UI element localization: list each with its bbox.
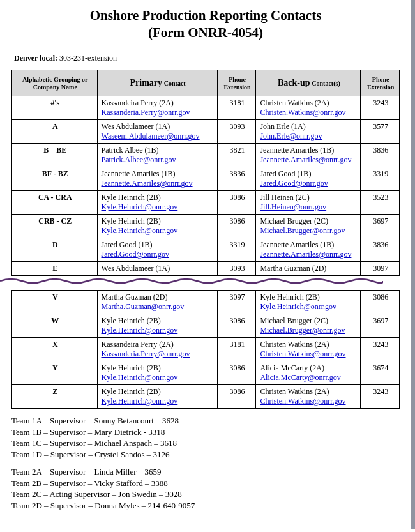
cell-backup: Christen Watkins (2A)Christen.Watkins@on… — [256, 338, 361, 361]
cell-primary-ext: 3086 — [217, 385, 256, 409]
table-row: CA - CRAKyle Heinrich (2B)Kyle.Heinrich@… — [12, 191, 400, 215]
cell-primary: Wes Abdulameer (1A) — [97, 262, 217, 276]
cell-primary-ext: 3086 — [217, 361, 256, 385]
primary-email-link[interactable]: Jared.Good@onrr.gov — [102, 250, 169, 259]
team-line: Team 1B – Supervisor – Mary Dietrick - 3… — [11, 427, 400, 438]
cell-primary-ext: 3086 — [217, 215, 256, 238]
team-line: Team 1A – Supervisor – Sonny Betancourt … — [11, 415, 400, 427]
cell-group: CA - CRA — [12, 191, 98, 215]
th-ext2: Phone Extension — [361, 70, 400, 96]
cell-primary: Kassandeira Perry (2A)Kassanderia.Perry@… — [97, 338, 217, 361]
table-row: ZKyle Heinrich (2B)Kyle.Heinrich@onrr.go… — [12, 385, 400, 409]
cell-primary-ext: 3319 — [217, 238, 256, 262]
cell-backup-ext: 3243 — [361, 385, 400, 409]
page-title-line1: Onshore Production Reporting Contacts — [11, 8, 400, 24]
cell-primary-ext: 3086 — [217, 191, 256, 215]
backup-email-link[interactable]: Christen.Watkins@onrr.gov — [260, 349, 345, 358]
cell-backup-ext: 3243 — [361, 338, 400, 361]
backup-email-link[interactable]: John.Erle@onrr.gov — [260, 132, 322, 141]
tear-icon — [0, 277, 383, 285]
th-backup: Back-up Contact(s) — [256, 70, 361, 96]
cell-backup-ext: 3243 — [361, 96, 400, 120]
th-group: Alphabetic Grouping or Company Name — [12, 70, 98, 96]
backup-email-link[interactable]: Michael.Brugger@onrr.gov — [260, 326, 345, 335]
primary-email-link[interactable]: Kassanderia.Perry@onrr.gov — [102, 108, 190, 117]
cell-primary: Kyle Heinrich (2B)Kyle.Heinrich@onrr.gov — [97, 314, 217, 338]
cell-backup: Christen Watkins (2A)Christen.Watkins@on… — [256, 96, 361, 120]
cell-group: BF - BZ — [12, 167, 98, 191]
cell-primary: Kyle Heinrich (2B)Kyle.Heinrich@onrr.gov — [97, 191, 217, 215]
page-title-line2: (Form ONRR-4054) — [11, 25, 400, 41]
primary-email-link[interactable]: Kyle.Heinrich@onrr.gov — [102, 326, 178, 335]
primary-email-link[interactable]: Kassanderia.Perry@onrr.gov — [102, 349, 190, 358]
backup-email-link[interactable]: Jill.Heinen@onrr.gov — [260, 202, 326, 211]
cell-group: V — [12, 291, 98, 314]
cell-group: A — [12, 120, 98, 144]
cell-group: B – BE — [12, 144, 98, 167]
cell-backup-ext: 3836 — [361, 144, 400, 167]
backup-email-link[interactable]: Jeannette.Amariles@onrr.gov — [260, 155, 351, 164]
table-row-clipped: EWes Abdulameer (1A)3093Martha Guzman (2… — [12, 262, 400, 276]
table-row: WKyle Heinrich (2B)Kyle.Heinrich@onrr.go… — [12, 314, 400, 338]
cell-backup-ext: 3697 — [361, 215, 400, 238]
table-row: B – BEPatrick Albee (1B)Patrick.Albee@on… — [12, 144, 400, 167]
cell-backup: Alicia McCarty (2A)Alicia.McCarty@onrr.g… — [256, 361, 361, 385]
cell-backup-ext: 3697 — [361, 314, 400, 338]
cell-primary: Kyle Heinrich (2B)Kyle.Heinrich@onrr.gov — [97, 361, 217, 385]
cell-primary: Kyle Heinrich (2B)Kyle.Heinrich@onrr.gov — [97, 385, 217, 409]
cell-primary-ext: 3093 — [217, 262, 256, 276]
th-ext: Phone Extension — [217, 70, 256, 96]
table-row: CRB - CZKyle Heinrich (2B)Kyle.Heinrich@… — [12, 215, 400, 238]
page-tear — [11, 275, 400, 289]
cell-backup: Kyle Heinrich (2B)Kyle.Heinrich@onrr.gov — [256, 291, 361, 314]
backup-email-link[interactable]: Jeannette.Amariles@onrr.gov — [260, 250, 351, 259]
cell-group: Z — [12, 385, 98, 409]
primary-email-link[interactable]: Martha.Guzman@onrr.gov — [102, 302, 185, 311]
cell-backup: Jill Heinen (2C)Jill.Heinen@onrr.gov — [256, 191, 361, 215]
cell-backup: Jared Good (1B)Jared.Good@onrr.gov — [256, 167, 361, 191]
denver-local: Denver local: 303-231-extension — [14, 54, 400, 63]
table-row: AWes Abdulameer (1A)Waseem.Abdulameer@on… — [12, 120, 400, 144]
table-row: YKyle Heinrich (2B)Kyle.Heinrich@onrr.go… — [12, 361, 400, 385]
cell-group: CRB - CZ — [12, 215, 98, 238]
cell-group: W — [12, 314, 98, 338]
primary-email-link[interactable]: Waseem.Abdulameer@onrr.gov — [102, 132, 200, 141]
backup-email-link[interactable]: Christen.Watkins@onrr.gov — [260, 108, 345, 117]
th-primary: Primary Contact — [97, 70, 217, 96]
cell-group: #'s — [12, 96, 98, 120]
backup-email-link[interactable]: Christen.Watkins@onrr.gov — [260, 397, 345, 406]
cell-backup: Michael Brugger (2C)Michael.Brugger@onrr… — [256, 215, 361, 238]
backup-email-link[interactable]: Kyle.Heinrich@onrr.gov — [260, 302, 336, 311]
table-row: VMartha Guzman (2D)Martha.Guzman@onrr.go… — [12, 291, 400, 314]
backup-email-link[interactable]: Alicia.McCarty@onrr.gov — [260, 373, 340, 382]
cell-backup: John Erle (1A)John.Erle@onrr.gov — [256, 120, 361, 144]
cell-primary: Kassandeira Perry (2A)Kassanderia.Perry@… — [97, 96, 217, 120]
table-row: DJared Good (1B)Jared.Good@onrr.gov3319J… — [12, 238, 400, 262]
cell-primary: Jeannette Amariles (1B)Jeannette.Amarile… — [97, 167, 217, 191]
primary-email-link[interactable]: Kyle.Heinrich@onrr.gov — [102, 397, 178, 406]
cell-primary: Wes Abdulameer (1A)Waseem.Abdulameer@onr… — [97, 120, 217, 144]
cell-backup-ext: 3523 — [361, 191, 400, 215]
cell-primary: Kyle Heinrich (2B)Kyle.Heinrich@onrr.gov — [97, 215, 217, 238]
cell-backup-ext: 3577 — [361, 120, 400, 144]
primary-email-link[interactable]: Kyle.Heinrich@onrr.gov — [102, 202, 178, 211]
primary-email-link[interactable]: Kyle.Heinrich@onrr.gov — [102, 226, 178, 235]
cell-group: E — [12, 262, 98, 276]
table-row: BF - BZJeannette Amariles (1B)Jeannette.… — [12, 167, 400, 191]
cell-backup: Jeannette Amariles (1B)Jeannette.Amarile… — [256, 144, 361, 167]
cell-backup-ext: 3319 — [361, 167, 400, 191]
cell-group: X — [12, 338, 98, 361]
cell-primary: Jared Good (1B)Jared.Good@onrr.gov — [97, 238, 217, 262]
backup-email-link[interactable]: Jared.Good@onrr.gov — [260, 179, 328, 188]
backup-email-link[interactable]: Michael.Brugger@onrr.gov — [260, 226, 345, 235]
cell-primary-ext: 3086 — [217, 314, 256, 338]
primary-email-link[interactable]: Jeannette.Amariles@onrr.gov — [102, 179, 193, 188]
cell-backup: Martha Guzman (2D) — [256, 262, 361, 276]
contacts-table-top: Alphabetic Grouping or Company Name Prim… — [11, 70, 400, 276]
cell-group: D — [12, 238, 98, 262]
team-line: Team 1D – Supervisor – Crystel Sandos – … — [11, 449, 400, 460]
cell-primary-ext: 3836 — [217, 167, 256, 191]
primary-email-link[interactable]: Patrick.Albee@onrr.gov — [102, 155, 176, 164]
primary-email-link[interactable]: Kyle.Heinrich@onrr.gov — [102, 373, 178, 382]
cell-backup-ext: 3674 — [361, 361, 400, 385]
